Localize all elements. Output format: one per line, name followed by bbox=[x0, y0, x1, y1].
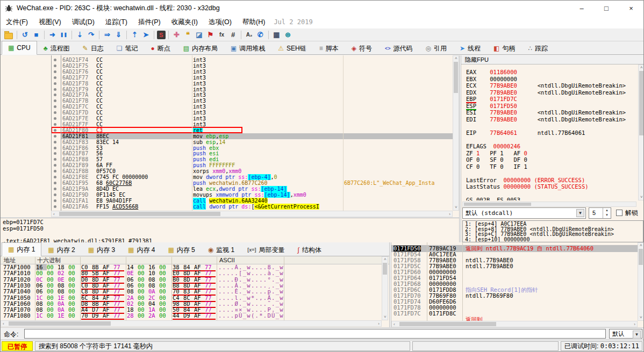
disasm-row[interactable]: 6AD21FA1E8 9A04D1FFcall wechatwin.6AA324… bbox=[1, 198, 459, 204]
stop-icon[interactable]: ■ bbox=[31, 30, 41, 40]
tab-SEH链[interactable]: ⚠SEH链 bbox=[271, 42, 312, 54]
restart-icon[interactable]: ↺ bbox=[20, 30, 30, 40]
register-line[interactable]: CF 0 TF 0 IF 1 bbox=[466, 163, 527, 170]
stack-arg-row[interactable]: 4: [esp+10] 00000000 bbox=[465, 237, 643, 242]
breakpoint-dot[interactable] bbox=[54, 105, 56, 108]
menu-item[interactable]: 调试(D) bbox=[67, 16, 100, 28]
menu-item[interactable]: 插件(P) bbox=[133, 16, 166, 28]
register-line[interactable]: EBX 00000000 bbox=[466, 76, 517, 82]
disasm-row[interactable]: 6AD21F7CCCint3 bbox=[1, 104, 459, 110]
maximize-button[interactable]: □ bbox=[594, 1, 619, 16]
breakpoint-dot[interactable] bbox=[54, 117, 56, 120]
minimize-button[interactable]: – bbox=[569, 1, 594, 16]
breakpoint-dot[interactable] bbox=[54, 199, 56, 202]
tab-脚本[interactable]: ≡脚本 bbox=[313, 42, 345, 54]
pause-icon[interactable]: ❚❚ bbox=[59, 30, 69, 40]
dump-horizontal-scrollbar[interactable]: ‹ › bbox=[1, 320, 382, 327]
disasm-row[interactable]: 6AD21F7DCCint3 bbox=[1, 110, 459, 116]
hide-fpu-button[interactable]: 隐藏FPU bbox=[461, 55, 644, 64]
patch-icon[interactable]: ✚ bbox=[171, 30, 182, 40]
breakpoint-dot[interactable] bbox=[54, 158, 56, 161]
run-icon[interactable]: ➜ bbox=[47, 30, 58, 40]
tab-内存 1[interactable]: ▦内存 1 bbox=[2, 242, 41, 256]
breakpoint-dot[interactable] bbox=[54, 193, 56, 196]
trace-into-icon[interactable]: ⇓ bbox=[113, 30, 124, 40]
stack-row[interactable]: 0171FD7C0171FD8C bbox=[391, 311, 644, 317]
dump-row[interactable]: 77AF10200C000E00D08DAF7706000800B08DAF77… bbox=[1, 277, 382, 283]
step-over-icon[interactable]: ↷ bbox=[86, 30, 96, 40]
register-line[interactable]: ZF 1 PF 1 AF 0 bbox=[466, 150, 527, 156]
tab-句柄[interactable]: ◧句柄 bbox=[487, 42, 521, 54]
dump-vertical-scrollbar[interactable]: ˄ ˅ bbox=[382, 256, 388, 320]
breakpoint-dot[interactable] bbox=[54, 182, 56, 184]
dump-row[interactable]: 77AF101000000200805BAF770E001000E08DAF77… bbox=[1, 270, 382, 276]
menu-item[interactable]: 帮助(H) bbox=[237, 16, 270, 28]
tab-跟踪[interactable]: ∴跟踪 bbox=[521, 42, 554, 54]
breakpoint-dot[interactable] bbox=[54, 188, 56, 190]
disasm-row[interactable]: 6AD21F8653push ebx bbox=[1, 145, 459, 151]
function-icon[interactable]: fx bbox=[217, 30, 227, 40]
dump-row[interactable]: 77AF104006000800C88DAF7708000A007083AF77… bbox=[1, 289, 382, 294]
menu-item[interactable]: 文件(F) bbox=[1, 16, 33, 28]
breakpoint-dot[interactable] bbox=[54, 135, 56, 138]
run-to-user-code-icon[interactable]: ➤ bbox=[141, 30, 151, 40]
breakpoint-dot[interactable] bbox=[54, 59, 56, 61]
disasm-row[interactable]: 6AD21F76CCint3 bbox=[1, 69, 459, 75]
breakpoint-dot[interactable] bbox=[54, 64, 56, 67]
chevron-down-icon[interactable]: ▼ bbox=[633, 331, 641, 339]
run-to-cursor-icon[interactable]: ⇒ bbox=[102, 30, 112, 40]
stack-horizontal-scrollbar[interactable]: ‹ › bbox=[391, 321, 638, 327]
register-line[interactable]: ESP 0171FD50 bbox=[466, 103, 517, 109]
tab-内存 5[interactable]: ▦内存 5 bbox=[161, 243, 201, 256]
disasm-row[interactable]: 6AD21F78CCint3 bbox=[1, 81, 459, 87]
disasm-row[interactable]: 6AD21F8383EC 14sub esp,14 bbox=[1, 139, 459, 145]
disasm-horizontal-scrollbar[interactable]: ‹ › bbox=[51, 211, 453, 217]
disasm-row[interactable]: 6AD21F7ACCint3 bbox=[1, 92, 459, 98]
disasm-row[interactable]: 6AD21F79CCint3 bbox=[1, 87, 459, 92]
stack-vertical-scrollbar[interactable]: ˄ ˅ bbox=[638, 242, 644, 321]
comment-icon[interactable]: ❝ bbox=[183, 30, 193, 40]
globe-icon[interactable]: ⊛ bbox=[283, 30, 293, 40]
tab-符号[interactable]: ◈符号 bbox=[345, 42, 378, 54]
breakpoint-dot[interactable] bbox=[54, 88, 56, 91]
disasm-row[interactable]: 6AD21F8756push esi bbox=[1, 150, 459, 156]
dump-row[interactable]: 77AF10501C001E006C84AF772A002C00C48CAF77… bbox=[1, 295, 382, 301]
breakpoint-dot[interactable] bbox=[54, 141, 56, 143]
menu-item[interactable]: 收藏夹(I) bbox=[166, 16, 203, 28]
register-line[interactable]: ECX 77B9ABE0 <ntdll.DbgUiRemoteBreakin> bbox=[466, 82, 626, 89]
disasm-row[interactable]: 6AD21F74CCint3 bbox=[1, 57, 459, 63]
disasm-row[interactable]: 6AD21F9568 60C2776Bpush wechatwin.6B77C2… bbox=[1, 180, 459, 186]
tab-结构体[interactable]: ∫结构体 bbox=[291, 243, 328, 256]
register-line[interactable]: EDX 77B9ABE0 <ntdll.DbgUiRemoteBreakin> bbox=[466, 89, 626, 96]
tab-断点[interactable]: ●断点 bbox=[144, 42, 176, 54]
tab-源代码[interactable]: <>源代码 bbox=[378, 42, 419, 54]
breakpoint-dot[interactable] bbox=[54, 147, 56, 149]
memory-dump-pane[interactable]: ▦内存 1▦内存 2▦内存 3▦内存 4▦内存 5◉监视 1[x=]局部变量∫结… bbox=[1, 242, 389, 327]
breakpoint-dot[interactable] bbox=[54, 99, 56, 102]
register-line[interactable]: EBP 0171FD7C bbox=[466, 96, 517, 102]
register-line[interactable]: LastError 00000000 (ERROR_SUCCESS) bbox=[466, 177, 585, 183]
disassembly-pane[interactable]: 6AD21F74CCint36AD21F75CCint36AD21F76CCin… bbox=[1, 55, 459, 217]
strings-icon[interactable]: S bbox=[157, 31, 166, 39]
breakpoint-dot[interactable] bbox=[54, 76, 56, 79]
register-line[interactable]: EAX 01186000 bbox=[466, 69, 517, 75]
disasm-vertical-scrollbar[interactable]: ˄ ˅ bbox=[453, 55, 459, 211]
breakpoint-dot[interactable] bbox=[54, 164, 56, 167]
hash-icon[interactable]: # bbox=[228, 30, 238, 40]
disasm-row[interactable]: 6AD21FA6FF15 ACD5566Bcall dword ptr ds:[… bbox=[1, 204, 459, 210]
tab-内存布局[interactable]: ▤内存布局 bbox=[177, 42, 224, 54]
stack-pane[interactable]: 0171FD5077B9AC19返回到 ntdll.77B9AC19 自 ntd… bbox=[391, 242, 644, 327]
phone-icon[interactable]: ✆ bbox=[255, 30, 266, 40]
command-input[interactable] bbox=[24, 329, 606, 339]
tab-局部变量[interactable]: [x=]局部变量 bbox=[241, 243, 291, 256]
dump-row[interactable]: 77AF10801C001E0070D9AF7728002A0044D9AF77… bbox=[1, 313, 382, 319]
bookmark-icon[interactable]: ⚑ bbox=[205, 30, 216, 40]
disasm-row[interactable]: 6AD21F818BECmov ebp,esp bbox=[1, 133, 459, 139]
disasm-row[interactable]: 6AD21F8B0F57C0xorps xmm0,xmm0 bbox=[1, 168, 459, 174]
step-out-icon[interactable]: ⇡ bbox=[130, 30, 140, 40]
tab-引用[interactable]: ◎引用 bbox=[419, 42, 453, 54]
menu-item[interactable]: 选项(O) bbox=[203, 16, 237, 28]
register-line[interactable]: EFLAGS 00000246 bbox=[466, 143, 520, 149]
register-line[interactable]: EIP 77B64061 ntdll.77B64061 bbox=[466, 130, 585, 136]
register-line[interactable]: GS 002B FS 0053 bbox=[466, 197, 520, 200]
